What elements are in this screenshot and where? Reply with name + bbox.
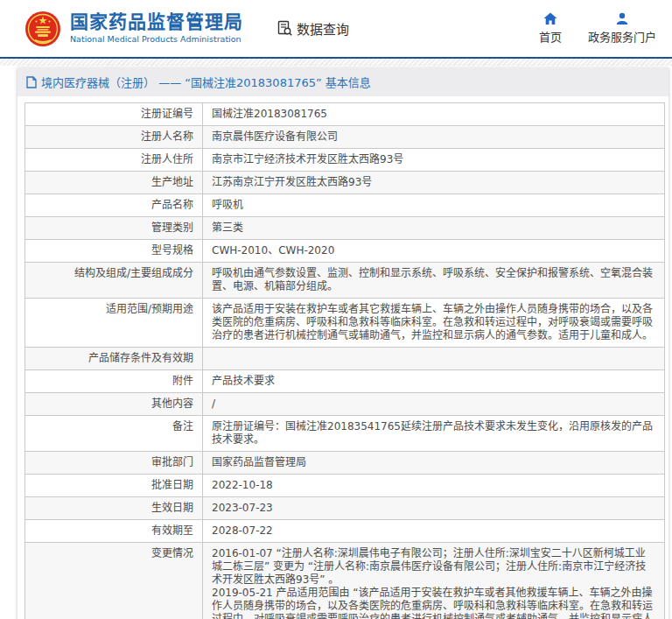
table-row-attachment: 附件 产品技术要求 [25, 370, 664, 393]
table-row-intended-use: 适用范围/预期用途 该产品适用于安装在救护车或者其它救援车辆上、车辆之外由操作人… [25, 299, 664, 348]
nav-portal-label: 政务服务门户 [588, 28, 656, 45]
row-value: 国械注准20183081765 [203, 103, 664, 125]
nav-home-label: 首页 [539, 28, 562, 45]
row-label: 产品储存条件及有效期 [25, 348, 203, 369]
row-label: 注册人名称 [25, 126, 203, 148]
hatch-band [0, 59, 672, 66]
row-label: 变更情况 [25, 543, 203, 619]
breadcrumb: 境内医疗器械（注册） —— “国械注准20183081765” 基本信息 [18, 67, 668, 96]
table-row-effective-date: 生效日期 2023-07-23 [25, 497, 664, 520]
row-value: CWH-2010、CWH-2020 [203, 240, 664, 262]
row-label: 型号规格 [25, 240, 203, 262]
table-row-change-history: 变更情况 2016-01-07 “注册人名称:深圳晨伟电子有限公司；注册人住所:… [25, 543, 664, 619]
row-label: 适用范围/预期用途 [25, 299, 203, 347]
row-value [203, 348, 664, 369]
row-value: 该产品适用于安装在救护车或者其它救援车辆上、车辆之外由操作人员随身携带的场合，以… [203, 299, 664, 347]
registration-info-table: 注册证编号 国械注准20183081765 注册人名称 南京晨伟医疗设备有限公司… [24, 102, 665, 619]
table-row-approval-dept: 审批部门 国家药品监督管理局 [25, 452, 664, 475]
org-title-cn: 国家药品监督管理局 [70, 12, 243, 32]
row-value: 原注册证编号：国械注准20183541765延续注册产品技术要求未发生变化，沿用… [203, 416, 664, 451]
nav-portal[interactable]: 政务服务门户 [588, 12, 656, 45]
row-value: 呼吸机 [203, 194, 664, 216]
national-emblem-icon [24, 11, 61, 47]
table-row-remarks: 备注 原注册证编号：国械注准20183541765延续注册产品技术要求未发生变化… [25, 416, 664, 452]
breadcrumb-text: 境内医疗器械（注册） —— “国械注准20183081765” 基本信息 [41, 74, 371, 90]
row-label: 结构及组成/主要组成成分 [25, 263, 203, 298]
document-search-icon [276, 20, 293, 37]
row-label: 生产地址 [25, 172, 203, 193]
table-row-reg-number: 注册证编号 国械注准20183081765 [25, 103, 664, 126]
table-row-approval-date: 批准日期 2022-10-18 [25, 475, 664, 497]
org-title-en: National Medical Products Administration [70, 35, 243, 44]
header-nav: 首页 政务服务门户 [539, 12, 656, 45]
row-value: / [203, 393, 664, 415]
row-label: 批准日期 [25, 475, 203, 496]
row-label: 注册证编号 [25, 103, 203, 125]
nav-home[interactable]: 首页 [539, 12, 562, 45]
row-value: 2028-07-22 [203, 520, 664, 542]
row-label: 其他内容 [25, 393, 203, 415]
row-value: 江苏南京江宁开发区胜太西路93号 [203, 172, 664, 193]
row-label: 备注 [25, 416, 203, 451]
site-header: 国家药品监督管理局 National Medical Products Admi… [0, 0, 672, 57]
table-wrap: 注册证编号 国械注准20183081765 注册人名称 南京晨伟医疗设备有限公司… [18, 96, 668, 619]
home-icon [543, 12, 557, 25]
table-row-product-name: 产品名称 呼吸机 [25, 194, 664, 217]
brand[interactable]: 国家药品监督管理局 National Medical Products Admi… [24, 11, 243, 47]
row-label: 审批部门 [25, 452, 203, 474]
data-query-label: 数据查询 [297, 19, 349, 38]
table-row-production-address: 生产地址 江苏南京江宁开发区胜太西路93号 [25, 172, 664, 194]
table-row-management-class: 管理类别 第三类 [25, 217, 664, 240]
row-label: 注册人住所 [25, 149, 203, 171]
data-query-button[interactable]: 数据查询 [276, 19, 349, 38]
row-value: 2023-07-23 [203, 497, 664, 519]
row-value: 呼吸机由通气参数设置、监测、控制和显示系统、呼吸系统、安全保护和报警系统、空氧混… [203, 263, 664, 298]
row-value: 产品技术要求 [203, 370, 664, 392]
row-label: 附件 [25, 370, 203, 392]
table-row-other-content: 其他内容 / [25, 393, 664, 416]
row-value: 2022-10-18 [203, 475, 664, 496]
row-label: 产品名称 [25, 194, 203, 216]
content-card: 境内医疗器械（注册） —— “国械注准20183081765” 基本信息 注册证… [18, 67, 668, 619]
row-value: 第三类 [203, 217, 664, 239]
table-row-storage: 产品储存条件及有效期 [25, 348, 664, 370]
table-row-registrant-name: 注册人名称 南京晨伟医疗设备有限公司 [25, 126, 664, 149]
person-icon [615, 12, 629, 25]
table-row-structure: 结构及组成/主要组成成分 呼吸机由通气参数设置、监测、控制和显示系统、呼吸系统、… [25, 263, 664, 299]
page-icon [26, 76, 37, 88]
row-value: 国家药品监督管理局 [203, 452, 664, 474]
row-value: 2016-01-07 “注册人名称:深圳晨伟电子有限公司；注册人住所:深圳宝安二… [203, 543, 664, 619]
row-label: 生效日期 [25, 497, 203, 519]
table-row-model-spec: 型号规格 CWH-2010、CWH-2020 [25, 240, 664, 263]
row-value: 南京市江宁经济技术开发区胜太西路93号 [203, 149, 664, 171]
table-row-expiry-date: 有效期至 2028-07-22 [25, 520, 664, 543]
row-label: 管理类别 [25, 217, 203, 239]
row-label: 有效期至 [25, 520, 203, 542]
table-row-registrant-address: 注册人住所 南京市江宁经济技术开发区胜太西路93号 [25, 149, 664, 172]
row-value: 南京晨伟医疗设备有限公司 [203, 126, 664, 148]
